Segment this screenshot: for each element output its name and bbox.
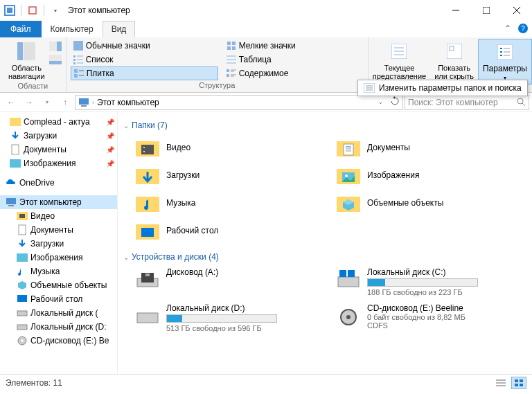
- forward-button[interactable]: →: [21, 94, 37, 111]
- minimize-button[interactable]: [441, 0, 471, 21]
- layout-list[interactable]: Список: [71, 53, 218, 66]
- section-folders[interactable]: ⌄Папки (7): [123, 120, 524, 130]
- svg-rect-56: [10, 118, 21, 126]
- svg-rect-89: [145, 274, 150, 276]
- svg-rect-71: [141, 145, 154, 154]
- title-bar: ▾ Этот компьютер: [0, 0, 532, 21]
- address-box[interactable]: › Этот компьютер ⌄: [75, 95, 403, 110]
- tree-item-pictures-qa[interactable]: Изображения📌: [0, 156, 117, 170]
- svg-rect-15: [227, 42, 231, 45]
- pane-opt-1[interactable]: [49, 42, 62, 53]
- folder-pictures[interactable]: Изображения: [337, 163, 524, 187]
- tree-item-documents-qa[interactable]: Документы📌: [0, 143, 117, 156]
- address-dropdown-icon[interactable]: ⌄: [378, 99, 383, 105]
- svg-rect-64: [17, 253, 28, 262]
- breadcrumb-item[interactable]: Этот компьютер: [97, 98, 159, 107]
- svg-rect-53: [81, 105, 87, 107]
- svg-rect-11: [57, 42, 62, 51]
- section-drives[interactable]: ⌄Устройства и диски (4): [123, 252, 524, 262]
- folder-documents[interactable]: Документы: [337, 136, 524, 159]
- svg-point-82: [345, 174, 348, 177]
- svg-rect-102: [515, 384, 518, 386]
- svg-point-69: [21, 339, 24, 342]
- ribbon-collapse-icon[interactable]: ⌃: [504, 24, 515, 35]
- search-placeholder: Поиск: Этот компьютер: [408, 98, 498, 107]
- pane-opt-2[interactable]: [49, 55, 62, 66]
- up-button[interactable]: ↑: [57, 94, 73, 111]
- drive-freespace: 0 байт свободно из 8,82 МБ: [367, 313, 524, 321]
- tree-item-complead[interactable]: Complead - актуа📌: [0, 115, 117, 129]
- tab-view[interactable]: Вид: [103, 21, 136, 37]
- layout-table[interactable]: Таблица: [224, 53, 364, 66]
- layout-content[interactable]: Содержимое: [224, 66, 364, 80]
- tree-item-pictures[interactable]: Изображения: [0, 251, 117, 265]
- folder-3d[interactable]: Объемные объекты: [337, 191, 524, 215]
- layout-large-icons[interactable]: Обычные значки: [71, 39, 218, 53]
- current-view-icon: [388, 40, 410, 62]
- folder-downloads[interactable]: Загрузки: [136, 163, 323, 187]
- tree-item-music[interactable]: Музыка: [0, 265, 117, 278]
- options-button[interactable]: Параметры▾: [478, 39, 532, 84]
- svg-rect-101: [520, 379, 523, 382]
- drive-floppy-a[interactable]: Дисковод (A:): [136, 267, 323, 296]
- view-mode-toggles: [493, 377, 526, 389]
- tree-item-disk-e[interactable]: CD-дисковод (E:) Be: [0, 334, 117, 348]
- tree-item-video[interactable]: Видео: [0, 209, 117, 223]
- qat-item-icon[interactable]: [26, 3, 39, 17]
- folder-desktop[interactable]: Рабочий стол: [136, 219, 323, 242]
- history-dropdown[interactable]: ▾: [39, 94, 55, 111]
- drive-e[interactable]: CD-дисковод (E:) Beeline0 байт свободно …: [337, 303, 524, 332]
- show-hide-button[interactable]: Показать или скрыть: [430, 39, 478, 84]
- svg-line-55: [522, 103, 525, 106]
- tree-item-disk-c[interactable]: Локальный диск (: [0, 306, 117, 320]
- tab-computer[interactable]: Компьютер: [42, 21, 103, 37]
- view-tiles-button[interactable]: [511, 377, 526, 389]
- content-pane: ⌄Папки (7) Видео Документы Загрузки Изоб…: [118, 112, 532, 374]
- qat-dropdown-icon[interactable]: ▾: [48, 3, 62, 17]
- tree-item-3d[interactable]: Объемные объекты: [0, 278, 117, 292]
- svg-rect-13: [49, 61, 62, 64]
- svg-rect-90: [338, 277, 359, 287]
- maximize-button[interactable]: [471, 0, 502, 21]
- drive-filesystem: CDFS: [367, 321, 524, 330]
- view-details-button[interactable]: [493, 377, 508, 389]
- layout-small-icons[interactable]: Мелкие значки: [224, 39, 364, 53]
- svg-rect-8: [17, 42, 23, 60]
- folder-music[interactable]: Музыка: [136, 191, 323, 215]
- folder-video[interactable]: Видео: [136, 136, 323, 159]
- app-icon: [3, 3, 17, 17]
- options-menu-item[interactable]: Изменить параметры папок и поиска: [357, 80, 528, 96]
- layout-tiles[interactable]: Плитка: [71, 66, 218, 80]
- pin-icon: 📌: [106, 146, 114, 154]
- tree-item-disk-d[interactable]: Локальный диск (D:: [0, 320, 117, 334]
- tree-item-this-pc[interactable]: Этот компьютер: [0, 195, 117, 209]
- svg-rect-63: [19, 225, 26, 235]
- drive-c[interactable]: Локальный диск (C:)188 ГБ свободно из 22…: [337, 267, 524, 296]
- ribbon-group-layout-label: Структура: [71, 81, 364, 91]
- svg-rect-62: [19, 214, 25, 218]
- ribbon-group-layout: Обычные значки Мелкие значки Список Табл…: [66, 37, 369, 92]
- body: Complead - актуа📌 Загрузки📌 Документы📌 И…: [0, 112, 532, 374]
- tree-item-downloads[interactable]: Загрузки: [0, 237, 117, 251]
- pin-icon: 📌: [106, 118, 114, 126]
- tree-item-onedrive[interactable]: OneDrive: [0, 176, 117, 190]
- refresh-button[interactable]: [390, 96, 400, 108]
- tree-item-downloads-qa[interactable]: Загрузки📌: [0, 129, 117, 143]
- tree-item-documents[interactable]: Документы: [0, 223, 117, 237]
- close-button[interactable]: [502, 0, 532, 21]
- current-view-button[interactable]: Текущее представление: [369, 39, 430, 84]
- nav-pane-button[interactable]: Область навигации: [4, 39, 49, 82]
- help-icon[interactable]: ?: [518, 24, 528, 33]
- back-button[interactable]: ←: [3, 94, 19, 111]
- search-box[interactable]: Поиск: Этот компьютер: [405, 95, 529, 110]
- chevron-down-icon: ⌄: [123, 122, 129, 129]
- drive-d[interactable]: Локальный диск (D:)513 ГБ свободно из 59…: [136, 303, 323, 332]
- svg-rect-35: [227, 74, 229, 77]
- status-bar: Элементов: 11: [0, 374, 532, 391]
- show-hide-icon: [443, 40, 466, 62]
- tree-item-desktop[interactable]: Рабочий стол: [0, 292, 117, 306]
- svg-rect-92: [348, 270, 355, 277]
- svg-rect-14: [73, 41, 83, 51]
- pc-icon: [78, 97, 89, 108]
- tab-file[interactable]: Файл: [0, 21, 42, 37]
